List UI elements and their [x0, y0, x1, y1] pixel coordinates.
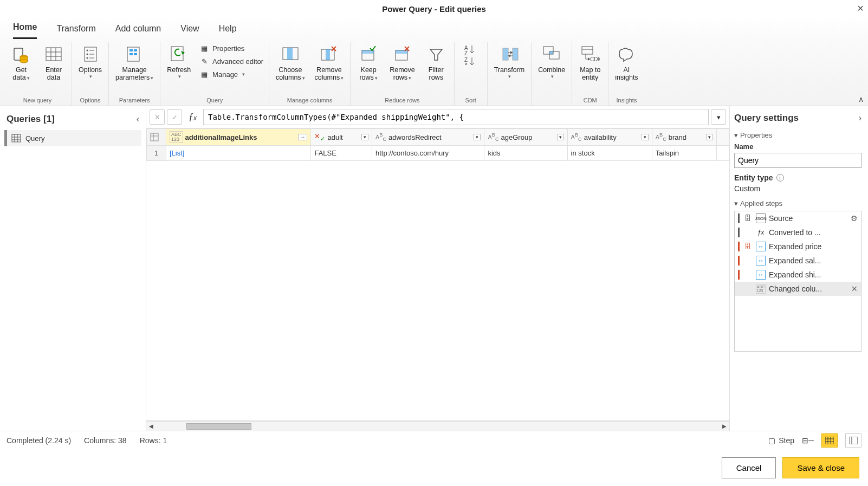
sort-button[interactable]: AZZA [458, 42, 484, 66]
query-name-input[interactable] [734, 153, 861, 168]
name-label: Name [734, 142, 861, 151]
db-icon: 🗄 [743, 242, 753, 251]
tab-home[interactable]: Home [13, 19, 37, 39]
step-item[interactable]: 🗄JSONSource⚙ [735, 211, 861, 225]
formula-dropdown-button[interactable]: ▾ [711, 109, 726, 125]
remove-rows-button[interactable]: Removerows▾ [386, 42, 418, 84]
column-header[interactable]: ✕✓adult▾ [311, 129, 372, 146]
tab-add-column[interactable]: Add column [115, 21, 161, 39]
get-data-button[interactable]: Getdata▾ [7, 42, 36, 84]
grid-view-button[interactable] [821, 433, 838, 448]
column-header[interactable]: ABCadwordsRedirect▾ [372, 129, 484, 146]
svg-rect-4 [46, 48, 61, 61]
ai-insights-button[interactable]: AIinsights [612, 42, 641, 84]
tab-transform[interactable]: Transform [56, 21, 95, 39]
applied-steps-toggle[interactable]: ▾Applied steps [734, 199, 861, 208]
horizontal-scrollbar[interactable]: ◀ ▶ [146, 421, 729, 431]
filter-dropdown-icon[interactable]: ▾ [642, 134, 649, 140]
data-grid[interactable]: ABC123additionalImageLinks↔ ✕✓adult▾ ABC… [146, 128, 729, 421]
properties-section-toggle[interactable]: ▾Properties [734, 131, 861, 139]
filter-dropdown-icon[interactable]: ▾ [474, 134, 481, 140]
combine-button[interactable]: Combine▾ [535, 42, 568, 82]
chevron-down-icon: ▾ [375, 75, 378, 81]
column-header[interactable] [717, 129, 729, 146]
step-item[interactable]: ƒxConverted to ... [735, 225, 861, 239]
manage-icon: ▦ [199, 69, 209, 79]
chevron-down-icon: ▾ [89, 74, 92, 79]
step-item[interactable]: ↔Expanded shi... [735, 268, 861, 282]
options-button[interactable]: Options▾ [75, 42, 105, 82]
ribbon-group-combine: Combine▾ [532, 42, 572, 106]
tab-view[interactable]: View [180, 21, 199, 39]
scroll-left-icon[interactable]: ◀ [146, 423, 156, 429]
expand-icon[interactable]: ↔ [298, 134, 307, 140]
filter-dropdown-icon[interactable]: ▾ [706, 134, 713, 140]
cell[interactable]: http://contoso.com/hury [372, 146, 484, 161]
properties-button[interactable]: ▦Properties [197, 42, 265, 54]
column-header[interactable]: ABCageGroup▾ [484, 129, 567, 146]
expand-icon: ↔ [756, 242, 766, 251]
diagram-view-icon[interactable]: ⊟─ [802, 436, 814, 445]
column-header[interactable]: ABC123additionalImageLinks↔ [166, 129, 311, 146]
formula-input[interactable] [203, 109, 709, 125]
keep-rows-button[interactable]: Keeprows▾ [354, 42, 383, 84]
scrollbar-thumb[interactable] [186, 423, 251, 430]
refresh-button[interactable]: Refresh▾ [164, 42, 194, 82]
scroll-right-icon[interactable]: ▶ [720, 423, 729, 429]
step-item[interactable]: 🗄↔Expanded price [735, 239, 861, 254]
combine-icon [542, 44, 561, 64]
cell[interactable]: Tailspin [652, 146, 717, 161]
step-item[interactable]: ↔Expanded sal... [735, 254, 861, 268]
ribbon-group-new-query: Getdata▾ Enterdata New query [3, 42, 72, 106]
svg-rect-51 [12, 134, 21, 142]
remove-columns-icon [319, 44, 339, 64]
step-item[interactable]: ABC123Changed colu...✕ [735, 282, 861, 296]
cancel-formula-button[interactable]: ✕ [150, 109, 165, 125]
info-icon[interactable]: i [776, 174, 784, 182]
collapse-ribbon-icon[interactable]: ∧ [858, 95, 864, 103]
status-step-label: Step [779, 436, 794, 445]
chevron-down-icon: ▾ [151, 75, 153, 81]
remove-columns-button[interactable]: Removecolumns▾ [312, 42, 347, 84]
workspace: Queries [1] ‹ Query ✕ ✓ ƒx ▾ ABC123addit… [0, 106, 868, 431]
type-any-icon: ABC123 [756, 284, 766, 294]
enter-data-button[interactable]: Enterdata [39, 42, 68, 84]
type-text-icon: ABC [656, 132, 666, 142]
svg-rect-17 [129, 49, 133, 51]
cell[interactable]: [List] [166, 146, 311, 161]
db-icon: 🗄 [743, 213, 753, 223]
query-item[interactable]: Query [4, 130, 141, 146]
filter-dropdown-icon[interactable]: ▾ [557, 134, 564, 140]
cell[interactable]: in stock [567, 146, 652, 161]
collapse-queries-icon[interactable]: ‹ [137, 114, 139, 124]
cell[interactable]: FALSE [311, 146, 372, 161]
column-header[interactable]: ABCbrand▾ [652, 129, 717, 146]
filter-dropdown-icon[interactable]: ▾ [361, 134, 368, 140]
svg-rect-64 [849, 437, 858, 444]
collapse-settings-icon[interactable]: › [859, 113, 861, 123]
manage-button[interactable]: ▦Manage ▾ [197, 68, 265, 80]
applied-steps-list: 🗄JSONSource⚙ ƒxConverted to ... 🗄↔Expand… [734, 211, 861, 352]
column-header[interactable]: ABCavailability▾ [567, 129, 652, 146]
chevron-down-icon: ▾ [409, 75, 411, 81]
tab-help[interactable]: Help [219, 21, 237, 39]
accept-formula-button[interactable]: ✓ [167, 109, 182, 125]
cancel-button[interactable]: Cancel [722, 457, 776, 478]
cell[interactable] [717, 146, 729, 161]
map-to-entity-button[interactable]: CDM Map toentity [575, 42, 605, 84]
manage-parameters-button[interactable]: Manageparameters▾ [112, 42, 157, 84]
transform-button[interactable]: Transform▾ [491, 42, 528, 82]
save-close-button[interactable]: Save & close [782, 457, 859, 478]
filter-rows-button[interactable]: Filterrows [422, 42, 451, 84]
table-row[interactable]: 1 [List] FALSE http://contoso.com/hury k… [147, 146, 729, 161]
cell[interactable]: kids [484, 146, 567, 161]
gear-icon[interactable]: ⚙ [851, 214, 858, 223]
close-icon[interactable]: × [857, 2, 864, 15]
choose-columns-button[interactable]: Choosecolumns▾ [273, 42, 308, 84]
select-all-button[interactable] [147, 129, 166, 146]
row-number: 1 [147, 146, 166, 161]
delete-step-icon[interactable]: ✕ [851, 284, 858, 293]
schema-view-button[interactable] [845, 433, 861, 448]
advanced-editor-button[interactable]: ✎Advanced editor [197, 55, 265, 67]
fx-icon[interactable]: ƒx [184, 112, 201, 123]
